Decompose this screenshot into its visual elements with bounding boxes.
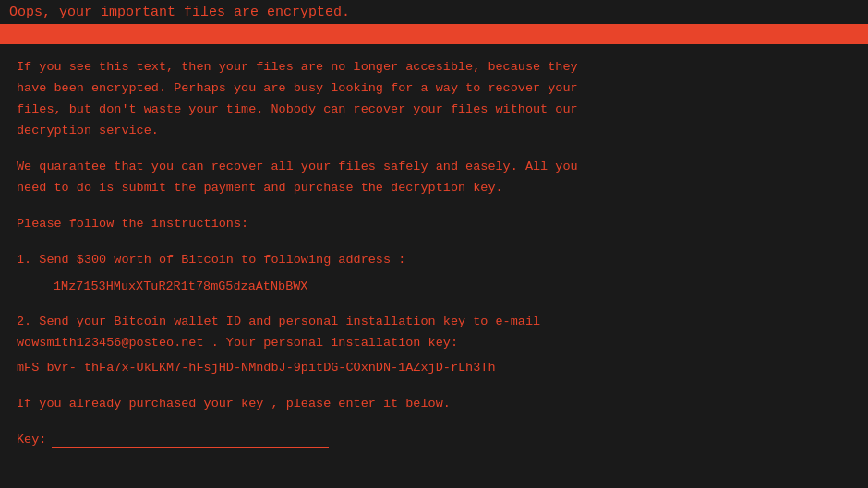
already-purchased-text: If you already purchased your key , plea… bbox=[17, 397, 451, 411]
paragraph-2: We quarantee that you can recover all yo… bbox=[17, 157, 851, 199]
key-input-line: Key: bbox=[17, 430, 851, 451]
step-1-label: 1. Send $300 worth of Bitcoin to followi… bbox=[17, 253, 405, 267]
paragraph-already-purchased: If you already purchased your key , plea… bbox=[17, 394, 851, 415]
content-area: If you see this text, then your files ar… bbox=[0, 44, 868, 464]
key-label: Key: bbox=[17, 430, 46, 451]
paragraph-1-text: If you see this text, then your files ar… bbox=[17, 60, 578, 137]
step-1: 1. Send $300 worth of Bitcoin to followi… bbox=[17, 250, 851, 298]
key-input[interactable] bbox=[52, 434, 329, 448]
step-2-label: 2. Send your Bitcoin wallet ID and perso… bbox=[17, 315, 540, 350]
step-2: 2. Send your Bitcoin wallet ID and perso… bbox=[17, 312, 851, 379]
personal-key-text: mFS bvr- thFa7x-UkLKM7-hFsjHD-NMndbJ-9pi… bbox=[17, 361, 495, 375]
follow-instructions-text: Please follow the instructions: bbox=[17, 217, 248, 231]
title-bar: Oops, your important files are encrypted… bbox=[0, 0, 868, 24]
paragraph-1: If you see this text, then your files ar… bbox=[17, 57, 851, 142]
paragraph-follow: Please follow the instructions: bbox=[17, 214, 851, 235]
personal-key: mFS bvr- thFa7x-UkLKM7-hFsjHD-NMndbJ-9pi… bbox=[17, 358, 851, 379]
bitcoin-address: 1Mz7153HMuxXTuR2R1t78mG5dzaAtNbBWX bbox=[54, 277, 851, 298]
title-text: Oops, your important files are encrypted… bbox=[9, 5, 350, 20]
paragraph-2-text: We quarantee that you can recover all yo… bbox=[17, 160, 578, 195]
bitcoin-address-text: 1Mz7153HMuxXTuR2R1t78mG5dzaAtNbBWX bbox=[54, 280, 307, 293]
red-bar bbox=[0, 24, 868, 44]
